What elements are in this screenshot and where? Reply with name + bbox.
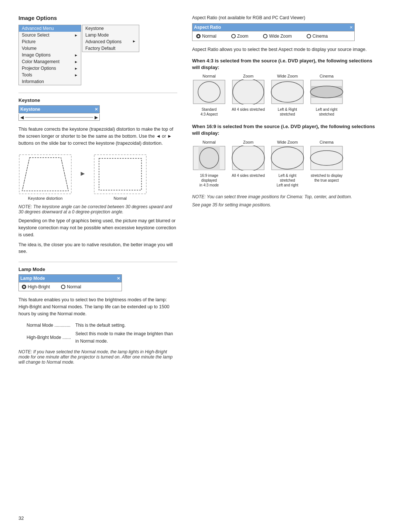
keystone-note: NOTE: The keystone angle can be correcte… [18, 204, 177, 214]
aspect-normal-label: Normal [202, 34, 216, 39]
fig-head: Normal [192, 140, 226, 144]
arrow-separator: ► [79, 170, 86, 178]
slider-track [25, 117, 93, 118]
aspect-option-wide-zoom[interactable]: Wide Zoom [263, 34, 291, 39]
keystone-normal-svg [93, 154, 147, 195]
aspect-fig-wide-zoom-43: Wide Zoom Left & Rightstretched [270, 74, 304, 117]
keystone-bar: Keystone ✕ [18, 105, 100, 113]
menu-container: Advanced Menu Source Select ► Picture Vo… [18, 25, 177, 85]
menu-item-color-management[interactable]: Color Management ► [19, 58, 81, 65]
aspect-fig-zoom-43: Zoom All 4 sides stretched [231, 74, 265, 112]
keystone-para2: The idea is, the closer you are to nativ… [18, 241, 177, 255]
aspect-fig-normal-svg [192, 79, 226, 104]
menu-item-information[interactable]: Information [19, 78, 81, 85]
submenu-item-advanced-options[interactable]: Advanced Options ► [82, 38, 139, 45]
menu-item-advanced-menu[interactable]: Advanced Menu [19, 25, 81, 32]
submenu-item-factory-default[interactable]: Factory Default [82, 45, 139, 52]
keystone-fig-distortion: Keystone distortion [18, 154, 72, 200]
slider-left-arrow[interactable]: ◀ [20, 115, 24, 120]
see-page: See page 35 for setting image positions. [192, 202, 381, 207]
radio-empty-icon [307, 34, 311, 38]
aspect-fig-normal-43: Normal Standard4:3 Aspect [192, 74, 226, 117]
fig-cap: stretched to displaythe true aspect [310, 173, 344, 183]
svg-rect-8 [232, 80, 264, 104]
lamp-bar-title: Lamp Mode [20, 276, 45, 281]
aspect-options-row: Normal Zoom Wide Zoom Cinema [192, 31, 355, 41]
arrow-icon: ► [74, 73, 78, 77]
fig-head: Wide Zoom [270, 140, 304, 144]
arrow-icon: ► [74, 53, 78, 57]
aspect-fig-normal-169: Normal 16:9 image displayedin 4:3 mode [192, 140, 226, 188]
lamp-mode-title: Lamp Mode [18, 267, 177, 272]
close-icon-aspect[interactable]: ✕ [349, 25, 353, 30]
aspect-ratio-desc: Aspect Ratio allows you to select the be… [192, 46, 381, 53]
svg-rect-22 [311, 146, 342, 170]
slider-right-arrow[interactable]: ▶ [95, 115, 98, 120]
aspect-option-normal[interactable]: Normal [196, 34, 216, 39]
aspect-bar-title: Aspect Ratio [194, 25, 221, 30]
fig-cap: Standard4:3 Aspect [192, 107, 226, 117]
radio-empty-icon [231, 34, 236, 38]
svg-rect-18 [232, 146, 264, 170]
close-icon-lamp[interactable]: ✕ [117, 276, 120, 281]
aspect-note: NOTE: You can select three image positio… [192, 194, 381, 199]
submenu-item-lamp-mode[interactable]: Lamp Mode [82, 32, 139, 38]
submenu-item-keystone[interactable]: Keystone [82, 25, 139, 32]
svg-rect-4 [94, 155, 146, 194]
keystone-slider[interactable]: ◀ ▶ [18, 114, 100, 121]
menu-item-projector-options[interactable]: Projector Options ► [19, 65, 81, 72]
aspect-fig-zoom-169-svg [232, 145, 265, 171]
lamp-option-high-bright[interactable]: High-Bright [22, 284, 50, 289]
aspect-ratio-bar: Aspect Ratio ✕ [192, 23, 355, 31]
close-icon[interactable]: ✕ [95, 107, 98, 112]
menu-item-tools[interactable]: Tools ► [19, 72, 81, 78]
lamp-mode-desc: This feature enables you to select two t… [18, 296, 177, 317]
radio-empty-icon [263, 34, 267, 38]
keystone-description: This feature corrects the keystone (trap… [18, 126, 177, 147]
aspect-fig-cinema-svg [310, 79, 343, 104]
aspect-fig-zoom-svg [232, 79, 265, 104]
lamp-mode-bar: Lamp Mode ✕ [18, 274, 122, 282]
svg-rect-5 [99, 158, 141, 190]
arrow-icon: ► [74, 66, 78, 71]
aspect-fig-cinema-169-svg [310, 145, 343, 171]
radio-filled-icon [196, 34, 201, 38]
aspect-fig-cinema-169: Cinema stretched to displaythe true aspe… [310, 140, 344, 183]
normal-mode-label: Normal Mode ............. [27, 322, 75, 329]
aspect-option-zoom[interactable]: Zoom [231, 34, 249, 39]
right-column: Aspect Ratio (not available for RGB and … [192, 15, 381, 517]
svg-marker-1 [22, 158, 68, 191]
fig-cap: 16:9 image displayedin 4:3 mode [192, 173, 226, 188]
lamp-option-normal[interactable]: Normal [61, 284, 81, 289]
menu-item-picture[interactable]: Picture [19, 38, 81, 45]
menu-item-source-select[interactable]: Source Select ► [19, 32, 81, 38]
section-title-image-options: Image Options [18, 15, 177, 21]
svg-rect-0 [19, 155, 71, 194]
aspect-fig-wide-zoom-169-svg [271, 145, 304, 171]
divider2 [18, 262, 177, 262]
keystone-illustrations: Keystone distortion ► Normal [18, 154, 177, 200]
menu-item-volume[interactable]: Volume [19, 45, 81, 52]
fig-head: Cinema [310, 74, 344, 78]
main-menu: Advanced Menu Source Select ► Picture Vo… [18, 25, 81, 85]
keystone-title: Keystone [18, 97, 177, 103]
radio-filled-icon [22, 285, 26, 289]
aspect-option-cinema[interactable]: Cinema [307, 34, 328, 39]
arrow-icon: ► [132, 39, 136, 44]
aspect-fig-zoom-169: Zoom All 4 sides stretched [231, 140, 265, 178]
fig-head: Normal [192, 74, 226, 78]
arrow-icon: ► [74, 33, 78, 37]
high-bright-mode-label: High-Bright Mode ....... [27, 330, 75, 345]
when169-title: When 16:9 is selected from the source (i… [192, 123, 381, 137]
aspect-cinema-label: Cinema [313, 34, 328, 39]
aspect-zoom-label: Zoom [237, 34, 249, 39]
menu-item-image-options[interactable]: Image Options ► [19, 52, 81, 58]
fig-cap: Left & right stretchedLeft and right [270, 173, 304, 188]
aspect-fig-wide-zoom-svg [271, 79, 304, 104]
svg-rect-16 [198, 146, 220, 170]
keystone-fig-normal: Normal [93, 154, 147, 200]
radio-empty-icon [61, 285, 65, 289]
fig-head: Zoom [231, 74, 265, 78]
fig-cap: All 4 sides stretched [231, 107, 265, 112]
keystone-distortion-svg [18, 154, 72, 195]
